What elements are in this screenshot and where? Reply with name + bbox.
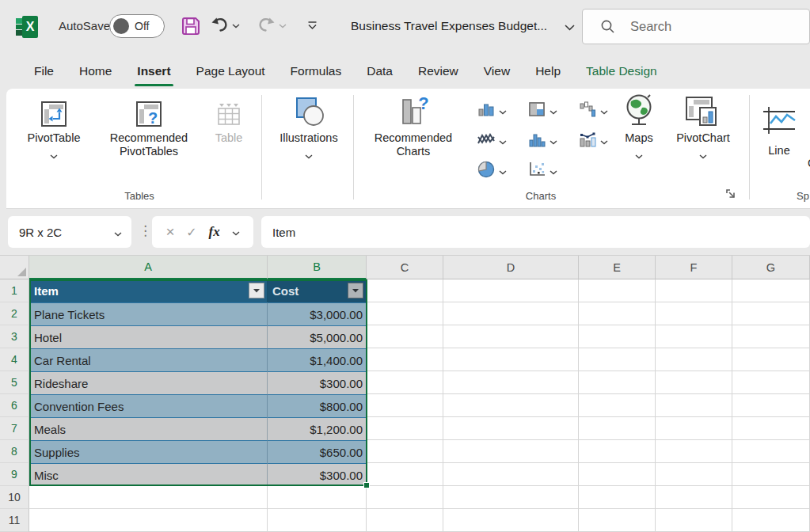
cell-e1[interactable] bbox=[579, 279, 656, 302]
cell-g6[interactable] bbox=[732, 394, 810, 417]
row-header-1[interactable]: 1 bbox=[0, 279, 29, 302]
cell-g10[interactable] bbox=[732, 486, 810, 509]
cell-b8[interactable]: $650.00 bbox=[268, 440, 367, 463]
fill-handle[interactable] bbox=[363, 482, 370, 488]
select-all-button[interactable] bbox=[0, 256, 29, 279]
cell-c6[interactable] bbox=[367, 394, 443, 417]
cell-e8[interactable] bbox=[579, 440, 656, 463]
cell-c5[interactable] bbox=[367, 371, 443, 394]
insert-column-chart-button[interactable] bbox=[469, 97, 515, 125]
row-header-10[interactable]: 10 bbox=[0, 486, 29, 509]
row-header-6[interactable]: 6 bbox=[0, 394, 29, 417]
cell-g8[interactable] bbox=[732, 440, 810, 463]
line-sparkline-button[interactable]: Line bbox=[754, 101, 804, 158]
cell-g9[interactable] bbox=[732, 463, 810, 486]
cell-a7[interactable]: Meals bbox=[29, 417, 268, 440]
column-header-a[interactable]: A bbox=[29, 256, 268, 279]
cell-b2[interactable]: $3,000.00 bbox=[268, 302, 367, 325]
cell-b6[interactable]: $800.00 bbox=[268, 394, 367, 417]
cell-g2[interactable] bbox=[732, 302, 810, 325]
cell-a8[interactable]: Supplies bbox=[29, 440, 268, 463]
enter-icon[interactable]: ✓ bbox=[186, 225, 196, 240]
cell-a11[interactable] bbox=[29, 509, 268, 532]
cell-b10[interactable] bbox=[268, 486, 367, 509]
cell-a6[interactable]: Convention Fees bbox=[29, 394, 268, 417]
cell-c1[interactable] bbox=[367, 279, 443, 302]
cell-g1[interactable] bbox=[732, 279, 810, 302]
cell-a1[interactable]: Item bbox=[29, 279, 268, 302]
tab-home[interactable]: Home bbox=[67, 54, 124, 89]
cell-e6[interactable] bbox=[579, 394, 656, 417]
insert-hierarchy-chart-button[interactable] bbox=[519, 97, 565, 125]
cell-c2[interactable] bbox=[367, 302, 443, 325]
cell-e2[interactable] bbox=[579, 302, 656, 325]
cell-d11[interactable] bbox=[443, 509, 579, 532]
title-chevron-icon[interactable] bbox=[565, 25, 575, 31]
cell-c8[interactable] bbox=[367, 440, 443, 463]
cancel-icon[interactable]: × bbox=[165, 223, 174, 241]
cell-e10[interactable] bbox=[579, 486, 656, 509]
save-icon[interactable] bbox=[181, 16, 201, 36]
insert-waterfall-chart-button[interactable] bbox=[570, 97, 616, 125]
fx-chevron-icon[interactable] bbox=[232, 225, 240, 239]
cell-g4[interactable] bbox=[732, 348, 810, 371]
undo-icon[interactable] bbox=[211, 17, 230, 34]
insert-line-chart-button[interactable] bbox=[469, 127, 515, 155]
excel-logo-icon[interactable]: X bbox=[16, 16, 38, 38]
insert-function-icon[interactable]: fx bbox=[209, 224, 220, 240]
cell-b4[interactable]: $1,400.00 bbox=[268, 348, 367, 371]
redo-icon[interactable] bbox=[257, 17, 276, 34]
cell-d3[interactable] bbox=[443, 325, 579, 348]
tab-help[interactable]: Help bbox=[523, 54, 573, 89]
charts-dialog-launcher-icon[interactable] bbox=[725, 188, 738, 201]
name-box[interactable]: 9R x 2C bbox=[8, 216, 131, 248]
cell-e3[interactable] bbox=[579, 325, 656, 348]
illustrations-button[interactable]: Illustrations bbox=[271, 95, 347, 162]
maps-button[interactable]: Maps bbox=[614, 95, 664, 162]
row-header-4[interactable]: 4 bbox=[0, 348, 29, 371]
cell-e11[interactable] bbox=[579, 509, 656, 532]
redo-chevron-icon[interactable] bbox=[279, 24, 287, 28]
tab-data[interactable]: Data bbox=[354, 54, 405, 89]
cell-b3[interactable]: $5,000.00 bbox=[268, 325, 367, 348]
cell-b9[interactable]: $300.00 bbox=[268, 463, 367, 486]
row-header-9[interactable]: 9 bbox=[0, 463, 29, 486]
formula-input[interactable]: Item bbox=[261, 216, 810, 248]
cell-a9[interactable]: Misc bbox=[29, 463, 268, 486]
cell-e4[interactable] bbox=[579, 348, 656, 371]
tab-view[interactable]: View bbox=[471, 54, 523, 89]
pivotchart-button[interactable]: PivotChart bbox=[665, 95, 741, 162]
cell-f4[interactable] bbox=[656, 348, 732, 371]
cell-d10[interactable] bbox=[443, 486, 579, 509]
cell-g11[interactable] bbox=[732, 509, 810, 532]
row-header-8[interactable]: 8 bbox=[0, 440, 29, 463]
cell-f3[interactable] bbox=[656, 325, 732, 348]
cell-g7[interactable] bbox=[732, 417, 810, 440]
cell-b1[interactable]: Cost bbox=[268, 279, 367, 302]
recommended-charts-button[interactable]: ? Recommended Charts bbox=[363, 95, 464, 158]
search-input[interactable]: Search bbox=[582, 9, 810, 44]
cell-f10[interactable] bbox=[656, 486, 732, 509]
cell-g5[interactable] bbox=[732, 371, 810, 394]
column-header-g[interactable]: G bbox=[732, 256, 810, 279]
cell-a4[interactable]: Car Rental bbox=[29, 348, 268, 371]
cell-e5[interactable] bbox=[579, 371, 656, 394]
cell-d6[interactable] bbox=[443, 394, 579, 417]
cell-f2[interactable] bbox=[656, 302, 732, 325]
tab-formulas[interactable]: Formulas bbox=[278, 54, 355, 89]
cell-d2[interactable] bbox=[443, 302, 579, 325]
cell-d1[interactable] bbox=[443, 279, 579, 302]
cell-c3[interactable] bbox=[367, 325, 443, 348]
cost-filter-button[interactable] bbox=[348, 283, 363, 298]
cell-a5[interactable]: Rideshare bbox=[29, 371, 268, 394]
tab-file[interactable]: File bbox=[21, 54, 67, 89]
cell-d8[interactable] bbox=[443, 440, 579, 463]
item-filter-button[interactable] bbox=[249, 283, 264, 298]
cell-a3[interactable]: Hotel bbox=[29, 325, 268, 348]
row-header-2[interactable]: 2 bbox=[0, 302, 29, 325]
tab-table-design[interactable]: Table Design bbox=[573, 54, 670, 89]
cell-f8[interactable] bbox=[656, 440, 732, 463]
column-header-f[interactable]: F bbox=[656, 256, 732, 279]
tab-page-layout[interactable]: Page Layout bbox=[184, 54, 278, 89]
cell-d5[interactable] bbox=[443, 371, 579, 394]
